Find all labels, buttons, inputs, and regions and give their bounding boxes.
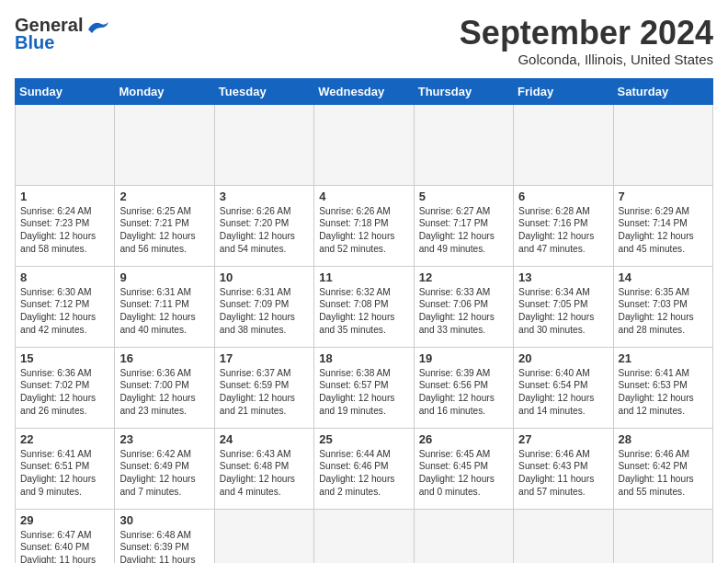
cell-info: Sunrise: 6:26 AM Sunset: 7:18 PM Dayligh… (319, 205, 408, 256)
cell-info: Sunrise: 6:35 AM Sunset: 7:03 PM Dayligh… (619, 286, 708, 337)
calendar-cell (214, 104, 313, 185)
month-title: September 2024 (460, 15, 713, 52)
day-number: 26 (419, 432, 508, 446)
calendar-cell: 12Sunrise: 6:33 AM Sunset: 7:06 PM Dayli… (414, 266, 513, 347)
day-number: 12 (419, 270, 508, 284)
cell-info: Sunrise: 6:46 AM Sunset: 6:43 PM Dayligh… (518, 448, 608, 499)
calendar-cell (613, 104, 712, 185)
logo: General Blue (15, 15, 110, 53)
calendar-cell: 18Sunrise: 6:38 AM Sunset: 6:57 PM Dayli… (314, 347, 414, 428)
day-number: 5 (419, 190, 508, 203)
day-number: 28 (619, 432, 708, 446)
day-number: 4 (319, 190, 408, 203)
day-number: 10 (220, 270, 309, 284)
calendar-cell: 5Sunrise: 6:27 AM Sunset: 7:17 PM Daylig… (414, 185, 513, 266)
calendar-cell: 19Sunrise: 6:39 AM Sunset: 6:56 PM Dayli… (414, 347, 513, 428)
calendar-cell: 10Sunrise: 6:31 AM Sunset: 7:09 PM Dayli… (214, 266, 313, 347)
day-number: 8 (20, 270, 109, 284)
header: General Blue September 2024 Golconda, Il… (15, 15, 713, 67)
location-title: Golconda, Illinois, United States (460, 52, 713, 67)
day-number: 23 (119, 432, 209, 446)
day-number: 13 (518, 270, 608, 284)
calendar-cell: 4Sunrise: 6:26 AM Sunset: 7:18 PM Daylig… (314, 185, 414, 266)
calendar-cell: 21Sunrise: 6:41 AM Sunset: 6:53 PM Dayli… (613, 347, 712, 428)
cell-info: Sunrise: 6:48 AM Sunset: 6:39 PM Dayligh… (119, 529, 209, 563)
cell-info: Sunrise: 6:29 AM Sunset: 7:14 PM Dayligh… (619, 205, 708, 256)
cell-info: Sunrise: 6:41 AM Sunset: 6:51 PM Dayligh… (20, 448, 109, 499)
calendar-cell (115, 104, 214, 185)
calendar-cell (16, 104, 115, 185)
day-number: 17 (220, 351, 309, 365)
calendar-cell: 25Sunrise: 6:44 AM Sunset: 6:46 PM Dayli… (314, 428, 414, 509)
cell-info: Sunrise: 6:47 AM Sunset: 6:40 PM Dayligh… (20, 529, 109, 563)
day-number: 19 (419, 351, 508, 365)
col-header-saturday: Saturday (613, 78, 712, 104)
calendar-cell: 24Sunrise: 6:43 AM Sunset: 6:48 PM Dayli… (214, 428, 313, 509)
cell-info: Sunrise: 6:34 AM Sunset: 7:05 PM Dayligh… (518, 286, 608, 337)
calendar-cell: 14Sunrise: 6:35 AM Sunset: 7:03 PM Dayli… (613, 266, 712, 347)
calendar-cell: 13Sunrise: 6:34 AM Sunset: 7:05 PM Dayli… (514, 266, 613, 347)
calendar-cell: 9Sunrise: 6:31 AM Sunset: 7:11 PM Daylig… (115, 266, 214, 347)
calendar-cell: 7Sunrise: 6:29 AM Sunset: 7:14 PM Daylig… (613, 185, 712, 266)
day-number: 15 (20, 351, 109, 365)
cell-info: Sunrise: 6:28 AM Sunset: 7:16 PM Dayligh… (518, 205, 608, 256)
calendar-cell: 17Sunrise: 6:37 AM Sunset: 6:59 PM Dayli… (214, 347, 313, 428)
day-number: 3 (220, 190, 309, 203)
day-number: 16 (119, 351, 209, 365)
day-number: 2 (119, 190, 209, 203)
calendar-cell (613, 509, 712, 563)
calendar-table: SundayMondayTuesdayWednesdayThursdayFrid… (15, 78, 713, 563)
day-number: 29 (20, 513, 109, 527)
cell-info: Sunrise: 6:40 AM Sunset: 6:54 PM Dayligh… (518, 367, 608, 418)
col-header-tuesday: Tuesday (214, 78, 313, 104)
cell-info: Sunrise: 6:33 AM Sunset: 7:06 PM Dayligh… (419, 286, 508, 337)
col-header-sunday: Sunday (16, 78, 115, 104)
cell-info: Sunrise: 6:44 AM Sunset: 6:46 PM Dayligh… (319, 448, 408, 499)
day-number: 11 (319, 270, 408, 284)
calendar-cell: 16Sunrise: 6:36 AM Sunset: 7:00 PM Dayli… (115, 347, 214, 428)
cell-info: Sunrise: 6:36 AM Sunset: 7:02 PM Dayligh… (20, 367, 109, 418)
title-area: September 2024 Golconda, Illinois, Unite… (460, 15, 713, 67)
calendar-cell: 3Sunrise: 6:26 AM Sunset: 7:20 PM Daylig… (214, 185, 313, 266)
col-header-friday: Friday (514, 78, 613, 104)
calendar-cell: 23Sunrise: 6:42 AM Sunset: 6:49 PM Dayli… (115, 428, 214, 509)
day-number: 21 (619, 351, 708, 365)
calendar-cell: 20Sunrise: 6:40 AM Sunset: 6:54 PM Dayli… (514, 347, 613, 428)
cell-info: Sunrise: 6:37 AM Sunset: 6:59 PM Dayligh… (220, 367, 309, 418)
day-number: 9 (119, 270, 209, 284)
day-number: 24 (220, 432, 309, 446)
day-number: 27 (518, 432, 608, 446)
calendar-cell: 15Sunrise: 6:36 AM Sunset: 7:02 PM Dayli… (16, 347, 115, 428)
cell-info: Sunrise: 6:31 AM Sunset: 7:11 PM Dayligh… (119, 286, 209, 337)
calendar-cell: 22Sunrise: 6:41 AM Sunset: 6:51 PM Dayli… (16, 428, 115, 509)
calendar-cell (514, 509, 613, 563)
col-header-wednesday: Wednesday (314, 78, 414, 104)
day-number: 18 (319, 351, 408, 365)
cell-info: Sunrise: 6:26 AM Sunset: 7:20 PM Dayligh… (220, 205, 309, 256)
calendar-cell: 26Sunrise: 6:45 AM Sunset: 6:45 PM Dayli… (414, 428, 513, 509)
cell-info: Sunrise: 6:39 AM Sunset: 6:56 PM Dayligh… (419, 367, 508, 418)
day-number: 14 (619, 270, 708, 284)
cell-info: Sunrise: 6:43 AM Sunset: 6:48 PM Dayligh… (220, 448, 309, 499)
cell-info: Sunrise: 6:38 AM Sunset: 6:57 PM Dayligh… (319, 367, 408, 418)
calendar-cell: 27Sunrise: 6:46 AM Sunset: 6:43 PM Dayli… (514, 428, 613, 509)
cell-info: Sunrise: 6:46 AM Sunset: 6:42 PM Dayligh… (619, 448, 708, 499)
calendar-cell: 11Sunrise: 6:32 AM Sunset: 7:08 PM Dayli… (314, 266, 414, 347)
calendar-cell: 29Sunrise: 6:47 AM Sunset: 6:40 PM Dayli… (16, 509, 115, 563)
cell-info: Sunrise: 6:32 AM Sunset: 7:08 PM Dayligh… (319, 286, 408, 337)
cell-info: Sunrise: 6:31 AM Sunset: 7:09 PM Dayligh… (220, 286, 309, 337)
logo-blue: Blue (15, 32, 54, 53)
cell-info: Sunrise: 6:36 AM Sunset: 7:00 PM Dayligh… (119, 367, 209, 418)
cell-info: Sunrise: 6:24 AM Sunset: 7:23 PM Dayligh… (20, 205, 109, 256)
calendar-cell (314, 509, 414, 563)
day-number: 20 (518, 351, 608, 365)
calendar-cell: 8Sunrise: 6:30 AM Sunset: 7:12 PM Daylig… (16, 266, 115, 347)
calendar-cell (314, 104, 414, 185)
calendar-cell (514, 104, 613, 185)
day-number: 25 (319, 432, 408, 446)
cell-info: Sunrise: 6:27 AM Sunset: 7:17 PM Dayligh… (419, 205, 508, 256)
calendar-cell: 6Sunrise: 6:28 AM Sunset: 7:16 PM Daylig… (514, 185, 613, 266)
calendar-cell: 1Sunrise: 6:24 AM Sunset: 7:23 PM Daylig… (16, 185, 115, 266)
logo-bird-icon (85, 17, 110, 35)
calendar-cell (214, 509, 313, 563)
